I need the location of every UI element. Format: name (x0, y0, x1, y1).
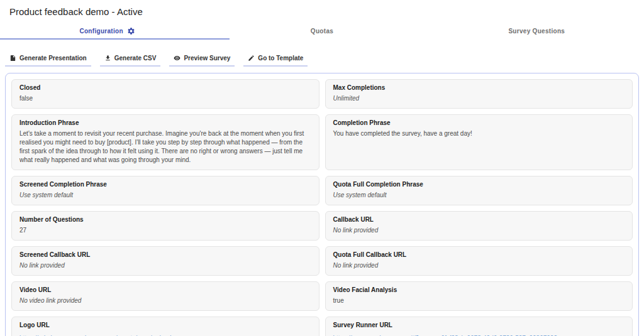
file-icon (9, 55, 16, 62)
field-screened-callback-url: Screened Callback URL No link provided (11, 246, 319, 276)
download-icon (104, 55, 111, 62)
field-value: Use system default (19, 191, 311, 200)
field-value: No link provided (333, 261, 625, 270)
tab-bar: Configuration Quotas Survey Questions (0, 22, 644, 40)
field-label: Quota Full Completion Phrase (333, 181, 625, 188)
tab-quotas-label: Quotas (311, 28, 333, 35)
field-value: No link provided (333, 226, 625, 235)
survey-config-page: Product feedback demo - Active Configura… (0, 0, 644, 336)
tab-survey-questions[interactable]: Survey Questions (430, 22, 644, 40)
field-label: Video URL (19, 286, 311, 293)
field-video-url: Video URL No video link provided (11, 281, 319, 311)
field-closed: Closed false (11, 79, 319, 109)
field-label: Survey Runner URL (333, 322, 625, 328)
preview-survey-label: Preview Survey (184, 55, 230, 62)
field-label: Introduction Phrase (19, 119, 311, 126)
field-value: Let's take a moment to revisit your rece… (19, 129, 311, 165)
field-label: Completion Phrase (333, 119, 625, 126)
tab-survey-questions-label: Survey Questions (508, 28, 565, 35)
active-tab-indicator (0, 38, 230, 40)
pencil-icon (248, 55, 255, 62)
field-video-facial-analysis: Video Facial Analysis true (325, 281, 633, 311)
field-value: No video link provided (19, 296, 311, 305)
tab-configuration-label: Configuration (79, 28, 123, 35)
field-survey-runner-url: Survey Runner URL https://survey.redge.c… (325, 317, 633, 336)
toolbar: Generate Presentation Generate CSV Previ… (0, 40, 644, 73)
generate-presentation-label: Generate Presentation (19, 55, 87, 62)
field-label: Logo URL (19, 322, 311, 328)
field-label: Number of Questions (19, 216, 311, 223)
field-quota-full-completion-phrase: Quota Full Completion Phrase Use system … (325, 176, 633, 205)
field-screened-completion-phrase: Screened Completion Phrase Use system de… (11, 176, 319, 205)
generate-csv-button[interactable]: Generate CSV (100, 52, 161, 67)
field-label: Video Facial Analysis (333, 286, 625, 293)
generate-csv-label: Generate CSV (114, 55, 157, 62)
field-quota-full-callback-url: Quota Full Callback URL No link provided (325, 246, 633, 276)
field-label: Screened Completion Phrase (19, 181, 311, 188)
field-completion-phrase: Completion Phrase You have completed the… (325, 114, 633, 170)
generate-presentation-button[interactable]: Generate Presentation (5, 52, 91, 67)
field-value: 27 (19, 226, 311, 235)
field-value: false (19, 94, 311, 103)
field-label: Quota Full Callback URL (333, 251, 625, 258)
field-value: You have completed the survey, have a gr… (333, 129, 625, 138)
field-label: Closed (19, 84, 311, 91)
field-label: Screened Callback URL (19, 251, 311, 258)
page-title: Product feedback demo - Active (0, 0, 644, 22)
field-value: Use system default (333, 191, 625, 200)
go-to-template-label: Go to Template (258, 55, 303, 62)
field-introduction-phrase: Introduction Phrase Let's take a moment … (11, 114, 319, 170)
tab-quotas[interactable]: Quotas (214, 22, 429, 40)
field-max-completions: Max Completions Unlimited (325, 79, 633, 109)
configuration-grid: Closed false Max Completions Unlimited I… (11, 79, 633, 336)
field-number-of-questions: Number of Questions 27 (11, 211, 319, 241)
field-label: Max Completions (333, 84, 625, 91)
configuration-panel: Closed false Max Completions Unlimited I… (5, 73, 639, 336)
go-to-template-button[interactable]: Go to Template (243, 52, 308, 67)
field-value: true (333, 296, 625, 305)
field-callback-url: Callback URL No link provided (325, 211, 633, 241)
gear-icon (127, 27, 135, 35)
preview-survey-button[interactable]: Preview Survey (169, 52, 235, 67)
eye-icon (174, 55, 180, 62)
field-label: Callback URL (333, 216, 625, 223)
field-value: No link provided (19, 261, 311, 270)
tab-configuration[interactable]: Configuration (0, 22, 214, 40)
field-logo-url: Logo URL https://admin.survey.redge.com.… (11, 317, 319, 336)
field-value: Unlimited (333, 94, 625, 103)
